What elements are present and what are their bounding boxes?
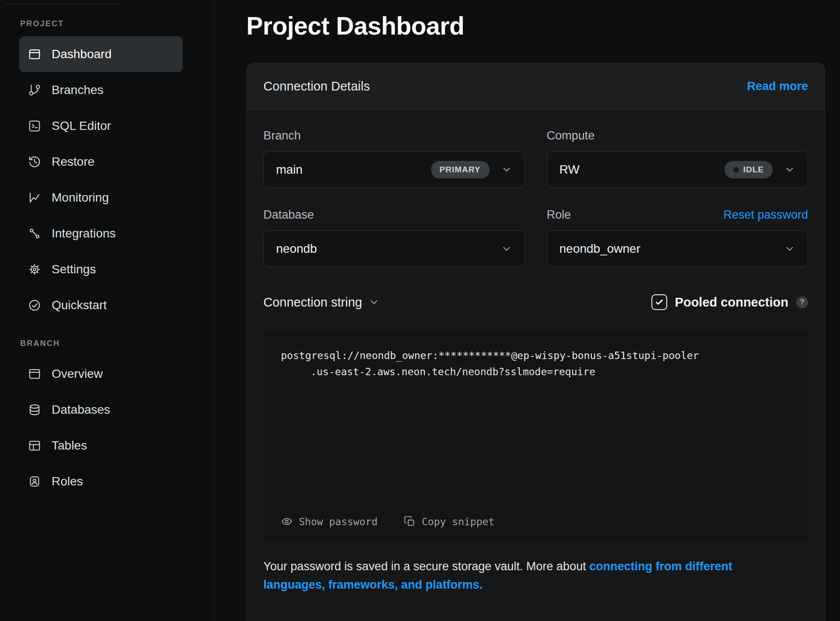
sidebar-item-monitoring[interactable]: Monitoring xyxy=(19,180,183,216)
sidebar-item-label: Roles xyxy=(52,474,83,488)
sidebar-item-label: Integrations xyxy=(52,227,116,241)
databases-icon xyxy=(28,403,41,416)
main-content: Project Dashboard Connection Details Rea… xyxy=(214,0,840,621)
sidebar-item-label: Restore xyxy=(52,155,94,169)
chevron-down-icon xyxy=(501,243,512,255)
branches-icon xyxy=(28,84,41,97)
read-more-link[interactable]: Read more xyxy=(747,80,808,93)
sidebar-item-dashboard[interactable]: Dashboard xyxy=(19,36,183,72)
quickstart-check-icon xyxy=(28,299,41,312)
pooled-connection-checkbox[interactable] xyxy=(651,294,667,310)
tables-icon xyxy=(28,439,41,452)
connection-details-card: Connection Details Read more Branch main… xyxy=(246,63,825,621)
pooled-connection-label[interactable]: Pooled connection xyxy=(675,295,788,310)
reset-password-link[interactable]: Reset password xyxy=(723,208,808,222)
restore-icon xyxy=(28,155,41,168)
checkmark-icon xyxy=(654,297,664,307)
copy-snippet-button[interactable]: Copy snippet xyxy=(404,516,494,527)
connection-string-code-block: postgresql://neondb_owner:************@e… xyxy=(263,330,808,541)
sidebar-item-label: Databases xyxy=(52,403,110,417)
connection-string-row: Connection string Pooled connection ? xyxy=(263,294,808,310)
sidebar-item-overview[interactable]: Overview xyxy=(19,356,183,392)
sql-editor-icon xyxy=(28,119,41,133)
sidebar-item-databases[interactable]: Databases xyxy=(19,392,183,428)
database-label: Database xyxy=(263,208,314,222)
monitoring-icon xyxy=(28,191,41,204)
sidebar-item-label: Overview xyxy=(52,367,103,381)
eye-icon xyxy=(281,516,293,527)
chevron-down-icon xyxy=(501,164,512,175)
help-icon[interactable]: ? xyxy=(796,297,808,308)
database-value: neondb xyxy=(276,242,317,256)
chevron-down-icon xyxy=(784,164,795,175)
sidebar-item-settings[interactable]: Settings xyxy=(19,251,183,287)
sidebar-item-label: Settings xyxy=(52,262,96,276)
role-select[interactable]: neondb_owner xyxy=(547,230,808,267)
sidebar-item-integrations[interactable]: Integrations xyxy=(19,216,183,251)
overview-icon xyxy=(28,367,41,380)
copy-icon xyxy=(404,516,416,527)
connection-string-line-1: postgresql://neondb_owner:************@e… xyxy=(281,348,791,364)
sidebar-item-sql-editor[interactable]: SQL Editor xyxy=(19,108,183,144)
card-header: Connection Details Read more xyxy=(247,63,825,110)
sidebar-top-item-edge xyxy=(3,0,122,4)
app-window: PROJECT Dashboard Branches SQL Editor xyxy=(0,0,840,621)
sidebar-item-roles[interactable]: Roles xyxy=(19,464,183,499)
compute-field: Compute RW IDLE xyxy=(547,129,808,188)
database-select[interactable]: neondb xyxy=(263,230,525,267)
sidebar-section-branch: BRANCH Overview Databases Tables xyxy=(19,339,202,499)
sidebar-item-restore[interactable]: Restore xyxy=(19,144,183,180)
branch-select[interactable]: main PRIMARY xyxy=(263,151,525,188)
branch-field: Branch main PRIMARY xyxy=(263,129,525,188)
idle-status-badge: IDLE xyxy=(724,161,773,178)
sidebar-item-label: SQL Editor xyxy=(52,119,111,133)
password-vault-note: Your password is saved in a secure stora… xyxy=(263,557,771,594)
settings-gear-icon xyxy=(28,263,41,276)
sidebar-item-label: Branches xyxy=(52,83,103,97)
sidebar-item-label: Tables xyxy=(52,439,87,453)
show-password-button[interactable]: Show password xyxy=(281,516,378,527)
pooled-connection-group: Pooled connection ? xyxy=(651,294,808,310)
note-text: Your password is saved in a secure stora… xyxy=(263,560,589,573)
connection-string-dropdown[interactable]: Connection string xyxy=(263,295,380,310)
branch-label: Branch xyxy=(263,129,301,143)
database-field: Database neondb xyxy=(263,208,525,267)
sidebar-item-label: Quickstart xyxy=(52,298,107,312)
sidebar-item-label: Dashboard xyxy=(52,47,112,61)
connection-string-label: Connection string xyxy=(263,295,362,310)
section-title-project: PROJECT xyxy=(20,19,202,28)
sidebar-item-label: Monitoring xyxy=(52,191,109,205)
roles-user-icon xyxy=(28,475,41,488)
role-label: Role xyxy=(547,208,571,222)
idle-status-dot xyxy=(733,167,739,173)
sidebar-section-project: PROJECT Dashboard Branches SQL Editor xyxy=(19,19,202,323)
card-title: Connection Details xyxy=(263,79,370,94)
page-title: Project Dashboard xyxy=(246,11,825,40)
compute-value: RW xyxy=(560,163,580,177)
chevron-down-icon xyxy=(368,297,380,308)
code-actions: Show password Copy snippet xyxy=(263,516,808,541)
card-body: Branch main PRIMARY xyxy=(247,110,825,621)
sidebar-item-branches[interactable]: Branches xyxy=(19,72,183,108)
role-value: neondb_owner xyxy=(560,242,640,256)
sidebar-item-quickstart[interactable]: Quickstart xyxy=(19,287,183,323)
connection-fields-grid: Branch main PRIMARY xyxy=(263,129,808,267)
sidebar: PROJECT Dashboard Branches SQL Editor xyxy=(0,0,214,621)
integrations-icon xyxy=(28,227,41,240)
connection-string-line-2: .us-east-2.aws.neon.tech/neondb?sslmode=… xyxy=(281,364,791,380)
primary-badge: PRIMARY xyxy=(431,161,490,178)
role-field: Role Reset password neondb_owner xyxy=(547,208,808,267)
compute-select[interactable]: RW IDLE xyxy=(547,151,808,188)
branch-value: main xyxy=(276,163,303,177)
compute-label: Compute xyxy=(547,129,595,143)
chevron-down-icon xyxy=(784,243,795,255)
section-title-branch: BRANCH xyxy=(20,339,202,348)
dashboard-icon xyxy=(28,48,41,61)
sidebar-item-tables[interactable]: Tables xyxy=(19,428,183,464)
